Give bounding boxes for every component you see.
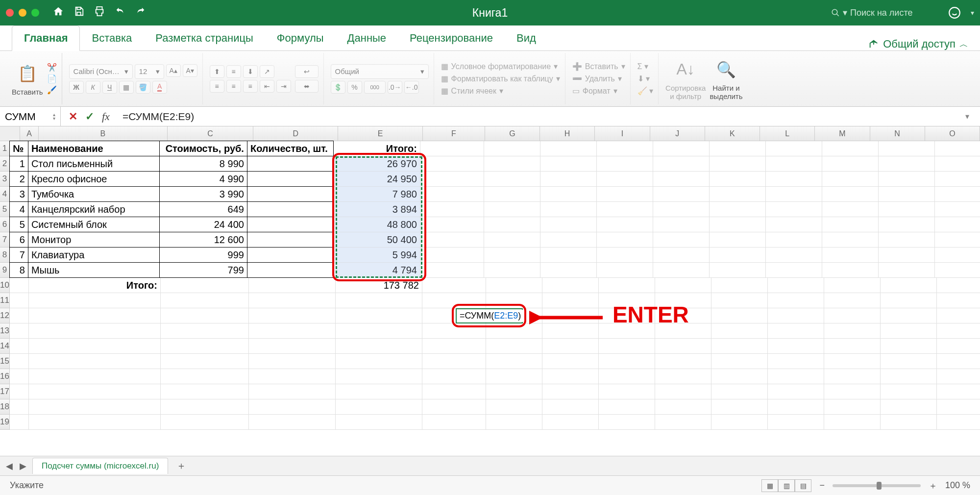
cell[interactable]: 2 <box>9 171 28 187</box>
tab-formulas[interactable]: Формулы <box>265 26 336 50</box>
cell[interactable]: 7 <box>9 247 28 263</box>
tab-review[interactable]: Рецензирование <box>398 26 505 50</box>
redo-icon[interactable] <box>135 6 146 20</box>
bold-button[interactable]: Ж <box>69 81 84 94</box>
format-painter-icon[interactable]: 🖌️ <box>47 85 57 95</box>
copy-icon[interactable]: 📄 <box>47 74 57 83</box>
cell[interactable]: 4 990 <box>159 171 247 187</box>
row-header[interactable]: 2 <box>0 156 10 172</box>
column-header[interactable]: N <box>870 126 925 141</box>
cells-area[interactable]: № Наименование Стоимость, руб. Количеств… <box>10 141 980 430</box>
align-middle-icon[interactable]: ≡ <box>226 65 241 78</box>
view-page-layout-icon[interactable]: ▥ <box>778 479 795 492</box>
row-header[interactable]: 5 <box>0 202 10 217</box>
cell[interactable]: 3 894 <box>334 202 420 217</box>
delete-cells-button[interactable]: ➖ Удалить ▾ <box>572 74 625 83</box>
cell[interactable]: 50 400 <box>334 232 420 248</box>
cell[interactable]: Итого: <box>29 278 161 293</box>
column-header[interactable]: I <box>595 126 650 141</box>
cell[interactable] <box>247 247 334 263</box>
insert-function-button[interactable]: fx <box>102 110 110 123</box>
tab-data[interactable]: Данные <box>336 26 398 50</box>
wrap-text-icon[interactable]: ↩ <box>295 65 318 78</box>
insert-cells-button[interactable]: ➕ Вставить ▾ <box>572 62 625 71</box>
row-header[interactable]: 14 <box>0 339 10 354</box>
close-window-button[interactable] <box>6 9 14 17</box>
orientation-icon[interactable]: ↗ <box>260 65 274 78</box>
cell[interactable]: 799 <box>159 262 247 278</box>
cell[interactable]: 7 980 <box>334 187 420 202</box>
cell[interactable]: 4 794 <box>334 263 420 278</box>
row-header[interactable]: 3 <box>0 172 10 187</box>
autosum-button[interactable]: Σ ▾ <box>637 62 653 71</box>
font-size-select[interactable]: 12▾ <box>135 64 164 79</box>
collapse-ribbon-icon[interactable]: ︿ <box>959 38 968 50</box>
row-header[interactable]: 18 <box>0 399 10 415</box>
zoom-in-button[interactable]: ＋ <box>929 480 937 492</box>
cell[interactable]: 5 <box>9 217 28 232</box>
cell[interactable]: Стол письменный <box>28 156 160 172</box>
cell[interactable]: Тумбочка <box>28 186 160 202</box>
cell[interactable]: Итого: <box>334 141 420 156</box>
cancel-formula-button[interactable]: ✕ <box>69 110 77 123</box>
sheet-nav-next-icon[interactable]: ▶ <box>20 461 26 471</box>
cell[interactable] <box>247 232 334 248</box>
tab-home[interactable]: Главная <box>12 25 80 51</box>
font-name-select[interactable]: Calibri (Осн…▾ <box>69 64 133 79</box>
cell[interactable]: № <box>9 141 28 156</box>
name-box[interactable]: СУММ ▴▾ <box>0 107 61 126</box>
sheet-tab[interactable]: Подсчет суммы (microexcel.ru) <box>32 458 168 474</box>
cell[interactable]: 26 970 <box>334 156 420 172</box>
zoom-out-button[interactable]: − <box>819 480 825 491</box>
row-header[interactable]: 9 <box>0 263 10 278</box>
view-normal-icon[interactable]: ▦ <box>761 479 778 492</box>
row-header[interactable]: 10 <box>0 278 10 293</box>
add-sheet-button[interactable]: ＋ <box>174 459 189 473</box>
row-header[interactable]: 6 <box>0 217 10 232</box>
undo-icon[interactable] <box>115 6 125 20</box>
align-left-icon[interactable]: ≡ <box>210 80 224 93</box>
cell[interactable]: Монитор <box>28 232 160 248</box>
print-icon[interactable] <box>94 6 105 20</box>
decrease-decimal-icon[interactable]: ←.0 <box>404 81 419 94</box>
column-header[interactable]: O <box>925 126 980 141</box>
align-center-icon[interactable]: ≡ <box>226 80 241 93</box>
comma-format-icon[interactable]: 000 <box>364 81 386 94</box>
sheet-nav-prev-icon[interactable]: ◀ <box>6 461 13 471</box>
merge-cells-icon[interactable]: ⬌ <box>295 80 318 93</box>
column-header[interactable]: M <box>815 126 870 141</box>
column-header[interactable]: E <box>338 126 423 141</box>
cell[interactable]: Системный блок <box>28 217 160 232</box>
feedback-icon[interactable] <box>948 6 961 19</box>
row-header[interactable]: 13 <box>0 323 10 339</box>
align-top-icon[interactable]: ⬆ <box>210 65 224 78</box>
column-header[interactable]: C <box>168 126 254 141</box>
row-header[interactable]: 16 <box>0 369 10 384</box>
column-header[interactable]: H <box>540 126 595 141</box>
fill-color-button[interactable]: 🪣 <box>136 81 150 94</box>
formula-input[interactable]: =СУММ(E2:E9) <box>118 107 965 126</box>
fill-button[interactable]: ⬇ ▾ <box>637 74 653 83</box>
column-header[interactable]: B <box>39 126 168 141</box>
clear-button[interactable]: 🧹 ▾ <box>637 86 653 96</box>
sheet-search[interactable]: ▾ <box>831 7 938 18</box>
align-bottom-icon[interactable]: ⬇ <box>243 65 258 78</box>
cell[interactable]: 173 782 <box>336 278 422 293</box>
increase-indent-icon[interactable]: ⇥ <box>276 80 291 93</box>
cell[interactable]: 999 <box>159 247 247 263</box>
cell[interactable]: Наименование <box>28 141 160 156</box>
column-header[interactable]: L <box>760 126 815 141</box>
sort-filter-button[interactable]: A↓ Сортировка и фильтр <box>665 57 706 100</box>
column-header[interactable]: D <box>253 126 338 141</box>
save-icon[interactable] <box>74 6 84 20</box>
cell-editing-overlay[interactable]: =СУММ(E2:E9) <box>458 310 523 322</box>
borders-button[interactable]: ▦ <box>119 81 134 94</box>
confirm-formula-button[interactable]: ✓ <box>85 110 94 123</box>
share-button[interactable]: Общий доступ <box>883 38 956 50</box>
column-header[interactable]: J <box>650 126 705 141</box>
increase-decimal-icon[interactable]: .0→ <box>388 81 402 94</box>
cell-styles-button[interactable]: ▦ Стили ячеек ▾ <box>441 86 560 96</box>
cell[interactable] <box>247 186 334 202</box>
cell[interactable]: 1 <box>9 156 28 172</box>
row-header[interactable]: 11 <box>0 293 10 308</box>
